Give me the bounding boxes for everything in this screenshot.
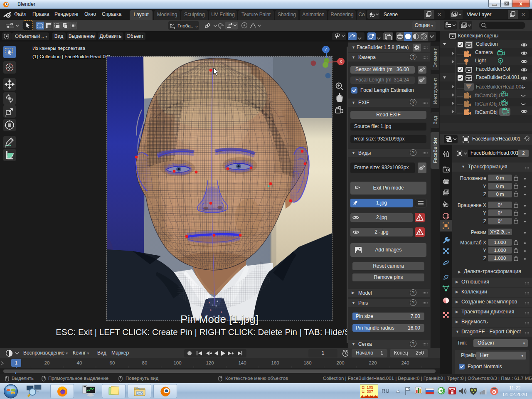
svg-text:FaceBuilderCol.001: FaceBuilderCol.001 <box>476 74 520 80</box>
svg-text:X: X <box>340 59 342 64</box>
svg-text:240: 240 <box>401 360 409 365</box>
svg-text:FaceBuilderHead.001: FaceBuilderHead.001 <box>476 84 524 90</box>
svg-text:200: 200 <box>336 360 344 365</box>
svg-text:Коллекция сцены: Коллекция сцены <box>458 33 498 39</box>
svg-text:Z: Z <box>325 47 327 52</box>
svg-text:180: 180 <box>303 360 311 365</box>
svg-text:80: 80 <box>142 360 148 365</box>
svg-text:Light: Light <box>475 58 486 64</box>
svg-text:120: 120 <box>206 360 214 365</box>
svg-text:FaceBuilderCol: FaceBuilderCol <box>476 66 510 72</box>
svg-text:Collection: Collection <box>476 41 498 47</box>
svg-text:fbCamObj.001: fbCamObj.001 <box>475 93 507 99</box>
svg-text:100: 100 <box>173 360 181 365</box>
svg-text:160: 160 <box>271 360 279 365</box>
svg-text:1: 1 <box>15 360 17 365</box>
svg-text:140: 140 <box>238 360 246 365</box>
svg-text:220: 220 <box>369 360 377 365</box>
svg-text:40: 40 <box>77 360 82 365</box>
svg-text:fbCamObj: fbCamObj <box>475 109 498 115</box>
svg-text:x: x <box>519 0 522 7</box>
svg-text:60: 60 <box>110 360 115 365</box>
svg-text:Camera: Camera <box>475 49 493 55</box>
svg-text:fbCamObj.002: fbCamObj.002 <box>475 101 507 107</box>
svg-text:20: 20 <box>44 360 50 365</box>
